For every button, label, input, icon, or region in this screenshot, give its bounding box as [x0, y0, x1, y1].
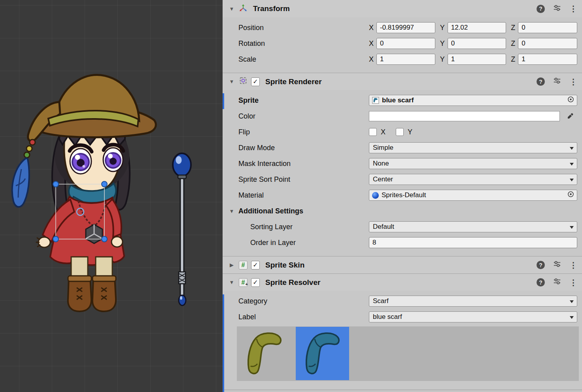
color-swatch[interactable] — [369, 111, 560, 121]
sprite-thumb-icon — [372, 97, 379, 104]
rotation-row: Rotation X Y Z — [223, 36, 582, 51]
more-menu-icon[interactable]: ⋮ — [569, 78, 577, 86]
character-sprite[interactable] — [12, 75, 156, 311]
chevron-down-icon — [570, 226, 574, 231]
selection-handle — [53, 181, 59, 187]
label-label: Label — [238, 313, 369, 321]
component-enabled-checkbox[interactable]: ✓ — [251, 278, 260, 287]
component-title: Sprite Renderer — [265, 77, 322, 86]
sprite-sort-point-dropdown[interactable]: Center — [369, 174, 577, 185]
foldout-open-icon[interactable]: ▼ — [228, 279, 235, 285]
position-y-input[interactable] — [448, 22, 506, 33]
presets-icon[interactable] — [553, 277, 561, 288]
additional-settings-foldout[interactable]: ▼ Additional Settings — [223, 203, 582, 219]
draw-mode-value: Simple — [373, 144, 393, 152]
scale-label: Scale — [238, 55, 369, 64]
rotation-x-input[interactable] — [376, 38, 435, 49]
help-icon[interactable]: ? — [537, 261, 545, 269]
category-dropdown[interactable]: Scarf — [369, 296, 577, 307]
position-x-input[interactable] — [376, 22, 435, 33]
presets-icon[interactable] — [553, 4, 561, 14]
flip-x-label: X — [381, 128, 385, 136]
material-row: Material Sprites-Default — [223, 187, 582, 203]
draw-mode-row: Draw Mode Simple — [223, 140, 582, 156]
sprite-variant-selector — [237, 326, 579, 381]
flip-y-label: Y — [408, 128, 412, 136]
flip-x-checkbox[interactable] — [369, 128, 377, 136]
position-z-input[interactable] — [518, 22, 577, 33]
rotation-z-input[interactable] — [518, 38, 577, 49]
mask-interaction-label: Mask Interaction — [238, 160, 369, 168]
sprite-renderer-body: Sprite blue scarf Color — [223, 90, 582, 256]
rotation-y-input[interactable] — [448, 38, 506, 49]
staff-sprite[interactable] — [173, 153, 191, 305]
material-label: Material — [238, 191, 369, 200]
help-icon[interactable]: ? — [537, 77, 545, 86]
help-icon[interactable]: ? — [537, 278, 545, 286]
draw-mode-dropdown[interactable]: Simple — [369, 142, 577, 153]
transform-header[interactable]: ▼ Transform ? ⋮ — [223, 0, 582, 17]
foldout-open-icon[interactable]: ▼ — [228, 208, 235, 214]
sprite-sort-point-row: Sprite Sort Point Center — [223, 172, 582, 187]
presets-icon[interactable] — [553, 260, 561, 270]
category-label: Category — [238, 297, 369, 305]
sprite-object-field[interactable]: blue scarf — [369, 95, 577, 106]
left-eye — [70, 145, 92, 174]
mask-interaction-value: None — [373, 160, 389, 168]
label-dropdown[interactable]: blue scarf — [369, 311, 577, 322]
inspector-footer — [223, 390, 582, 392]
axis-z-label: Z — [511, 24, 515, 32]
scale-row: Scale X Y Z — [223, 51, 582, 67]
label-row: Label blue scarf — [223, 309, 582, 325]
sprite-label: Sprite — [238, 96, 369, 105]
scale-x-input[interactable] — [376, 54, 435, 65]
order-in-layer-input[interactable] — [369, 237, 577, 248]
scene-view[interactable] — [0, 0, 223, 392]
right-eye — [103, 145, 123, 172]
mask-interaction-dropdown[interactable]: None — [369, 158, 577, 169]
component-enabled-checkbox[interactable]: ✓ — [251, 261, 260, 270]
selection-handle — [53, 236, 59, 242]
scale-y-input[interactable] — [448, 54, 506, 65]
object-picker-icon[interactable] — [567, 96, 574, 105]
chevron-down-icon — [570, 147, 574, 152]
more-menu-icon[interactable]: ⋮ — [569, 261, 577, 269]
foldout-closed-icon[interactable]: ▶ — [228, 262, 235, 268]
sprite-option-blue-scarf[interactable] — [296, 327, 349, 380]
help-icon[interactable]: ? — [537, 5, 545, 13]
position-label: Position — [238, 24, 369, 32]
boots — [68, 276, 116, 311]
sprite-renderer-header[interactable]: ▼ ✓ Sprite Renderer ? ⋮ — [223, 73, 582, 90]
axis-y-label: Y — [440, 55, 445, 64]
prefab-override-bar — [223, 294, 224, 392]
presets-icon[interactable] — [553, 76, 561, 87]
sprite-resolver-icon: #+ — [239, 278, 248, 287]
more-menu-icon[interactable]: ⋮ — [569, 5, 577, 13]
foldout-open-icon[interactable]: ▼ — [228, 79, 235, 85]
object-picker-icon[interactable] — [567, 191, 574, 200]
sprite-resolver-header[interactable]: ▼ #+ ✓ Sprite Resolver ? ⋮ — [223, 273, 582, 291]
eyedropper-icon[interactable] — [563, 111, 577, 121]
flip-label: Flip — [238, 128, 369, 136]
axis-x-label: X — [369, 24, 374, 32]
axis-x-label: X — [369, 55, 374, 64]
transform-icon — [239, 4, 248, 14]
sprite-option-green-scarf[interactable] — [238, 327, 291, 380]
category-row: Category Scarf — [223, 293, 582, 309]
flip-y-checkbox[interactable] — [396, 128, 404, 136]
color-row: Color — [223, 108, 582, 124]
axis-x-label: X — [369, 40, 374, 48]
scale-z-input[interactable] — [518, 54, 577, 65]
sorting-layer-dropdown[interactable]: Default — [369, 221, 577, 232]
component-enabled-checkbox[interactable]: ✓ — [251, 77, 260, 86]
chevron-down-icon — [570, 163, 574, 168]
selection-handle — [102, 181, 107, 187]
sprite-skin-header[interactable]: ▶ # ✓ Sprite Skin ? ⋮ — [223, 256, 582, 273]
more-menu-icon[interactable]: ⋮ — [569, 279, 577, 286]
foldout-open-icon[interactable]: ▼ — [228, 6, 235, 12]
position-row: Position X Y Z — [223, 20, 582, 36]
sprite-skin-icon: # — [239, 261, 248, 270]
material-icon — [372, 192, 379, 199]
chevron-down-icon — [570, 316, 574, 321]
material-object-field[interactable]: Sprites-Default — [369, 190, 577, 201]
